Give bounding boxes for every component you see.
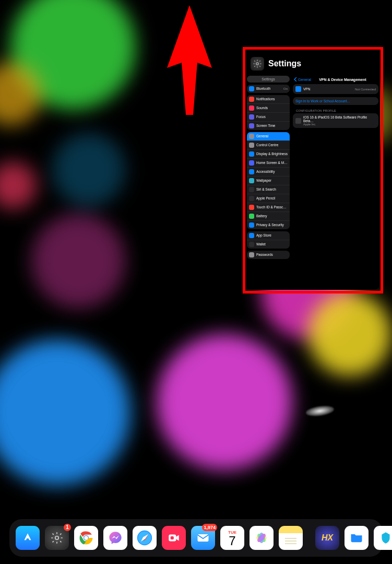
- sidebar-group-passwords: Passwords: [247, 251, 290, 259]
- dock-recent-files[interactable]: [345, 526, 369, 550]
- sidebar-item-label: Battery: [256, 214, 288, 218]
- dock-recent-app-blue[interactable]: [374, 526, 392, 550]
- sidebar-item-label: Touch ID & Passcode: [256, 205, 288, 209]
- app-store-a-icon: [21, 531, 34, 545]
- chevron-left-icon: [294, 77, 297, 81]
- wallet-icon: [249, 242, 254, 247]
- sidebar-item-display[interactable]: Display & Brightness: [247, 149, 290, 158]
- dock-app-photos[interactable]: [250, 526, 274, 550]
- sidebar-item-label: Screen Time: [256, 124, 288, 127]
- dock-app-notes[interactable]: [279, 526, 303, 550]
- settings-app-icon: [251, 57, 264, 70]
- settings-header: Settings: [245, 50, 380, 76]
- dock: 1 1,974 TUE 7: [9, 519, 383, 557]
- dock-app-chrome[interactable]: [74, 526, 98, 550]
- screen-time-icon: [249, 123, 254, 128]
- sidebar-item-app-store[interactable]: App Store: [247, 231, 290, 240]
- sidebar-item-label: Control Centre: [256, 143, 288, 147]
- sidebar-item-battery[interactable]: Battery: [247, 212, 290, 220]
- sidebar-item-wallet[interactable]: Wallet: [247, 240, 290, 249]
- sidebar-item-apple-pencil[interactable]: Apple Pencil: [247, 194, 290, 203]
- battery-icon: [249, 214, 254, 219]
- hex-shield-icon: [379, 531, 392, 545]
- sidebar-item-label: Bluetooth: [256, 87, 281, 90]
- dock-app-messenger[interactable]: [103, 526, 127, 550]
- sidebar-item-siri[interactable]: Siri & Search: [247, 185, 290, 194]
- sidebar-item-sounds[interactable]: Sounds: [247, 103, 290, 112]
- sounds-icon: [249, 105, 254, 111]
- sidebar-item-label: App Store: [256, 233, 288, 237]
- profile-row[interactable]: iOS 16 & iPadOS 16 Beta Software Profile…: [293, 113, 378, 128]
- back-button[interactable]: General: [294, 77, 311, 81]
- dock-app-screen-rec[interactable]: [162, 526, 186, 550]
- dock-app-safari[interactable]: [133, 526, 157, 550]
- sidebar-item-label: Notifications: [256, 97, 288, 101]
- sidebar-item-general[interactable]: General: [247, 132, 290, 140]
- profile-icon: [295, 118, 301, 124]
- vpn-group: VPN Not Connected: [293, 84, 378, 94]
- sidebar-item-home-screen[interactable]: Home Screen & Multitasking: [247, 158, 290, 167]
- svg-point-0: [256, 63, 259, 65]
- siri-icon: [249, 187, 254, 192]
- sidebar-item-control-centre[interactable]: Control Centre: [247, 140, 290, 149]
- svg-point-4: [84, 536, 88, 540]
- svg-rect-9: [198, 534, 209, 542]
- sidebar-item-passwords[interactable]: Passwords: [247, 251, 290, 259]
- calendar-day: 7: [229, 535, 235, 547]
- dock-app-settings[interactable]: 1: [45, 526, 69, 550]
- sidebar-group-store: App Store Wallet: [247, 231, 290, 249]
- sidebar-search[interactable]: Settings: [247, 76, 290, 83]
- sidebar-item-label: Wallet: [256, 242, 288, 246]
- apple-pencil-icon: [249, 196, 254, 201]
- signin-row[interactable]: Sign In to Work or School Account…: [293, 97, 378, 105]
- messenger-icon: [108, 531, 123, 545]
- back-label: General: [298, 78, 311, 81]
- sidebar-item-privacy[interactable]: Privacy & Security: [247, 220, 290, 229]
- vpn-row[interactable]: VPN Not Connected: [293, 84, 378, 94]
- svg-point-1: [55, 536, 59, 540]
- settings-window[interactable]: Settings Settings Bluetooth On Notificat…: [245, 50, 380, 290]
- sidebar-group-general: General Control Centre Display & Brightn…: [247, 132, 290, 229]
- sidebar-group-connectivity: Bluetooth On: [247, 85, 290, 93]
- wallpaper-icon: [249, 178, 254, 183]
- dock-app-calendar[interactable]: TUE 7: [220, 526, 244, 550]
- accessibility-icon: [249, 169, 254, 174]
- notes-lines-icon: [283, 537, 299, 546]
- signin-group: Sign In to Work or School Account…: [293, 97, 378, 105]
- sidebar-item-notifications[interactable]: Notifications: [247, 95, 290, 103]
- sidebar-item-label: Home Screen & Multitasking: [256, 161, 288, 164]
- sidebar-item-label: Focus: [256, 115, 288, 119]
- sidebar-item-bluetooth[interactable]: Bluetooth On: [247, 85, 290, 93]
- profile-label: iOS 16 & iPadOS 16 Beta Software Profile…: [303, 115, 376, 123]
- vpn-icon: [295, 86, 301, 92]
- safari-icon: [136, 529, 153, 547]
- settings-sidebar: Settings Bluetooth On Notifications Soun…: [245, 76, 291, 289]
- dock-app-mail[interactable]: 1,974: [191, 526, 215, 550]
- mail-icon: [196, 531, 210, 545]
- sidebar-item-label: Wallpaper: [256, 179, 288, 182]
- sidebar-item-screen-time[interactable]: Screen Time: [247, 121, 290, 130]
- bluetooth-icon: [249, 86, 254, 91]
- display-icon: [249, 151, 254, 157]
- sidebar-item-label: General: [256, 134, 288, 138]
- chrome-icon: [78, 530, 94, 546]
- control-centre-icon: [249, 143, 254, 148]
- settings-title: Settings: [268, 59, 301, 68]
- sidebar-item-accessibility[interactable]: Accessibility: [247, 167, 290, 176]
- sidebar-item-wallpaper[interactable]: Wallpaper: [247, 176, 290, 185]
- signin-label: Sign In to Work or School Account…: [295, 99, 350, 103]
- passwords-icon: [249, 252, 254, 257]
- sidebar-item-label: Apple Pencil: [256, 196, 288, 200]
- dock-app-app-store[interactable]: [16, 526, 40, 550]
- vpn-status: Not Connected: [355, 88, 376, 91]
- profile-sub: Apple Inc.: [303, 123, 376, 126]
- badge: 1: [64, 524, 71, 531]
- sidebar-item-focus[interactable]: Focus: [247, 112, 290, 121]
- sidebar-item-touch-id[interactable]: Touch ID & Passcode: [247, 203, 290, 212]
- notifications-icon: [249, 97, 254, 102]
- sidebar-item-label: Passwords: [256, 253, 288, 256]
- dock-recent-hx[interactable]: HX: [315, 526, 339, 550]
- sidebar-item-label: Privacy & Security: [256, 223, 288, 227]
- gear-icon: [50, 531, 64, 545]
- sidebar-item-label: Accessibility: [256, 170, 288, 173]
